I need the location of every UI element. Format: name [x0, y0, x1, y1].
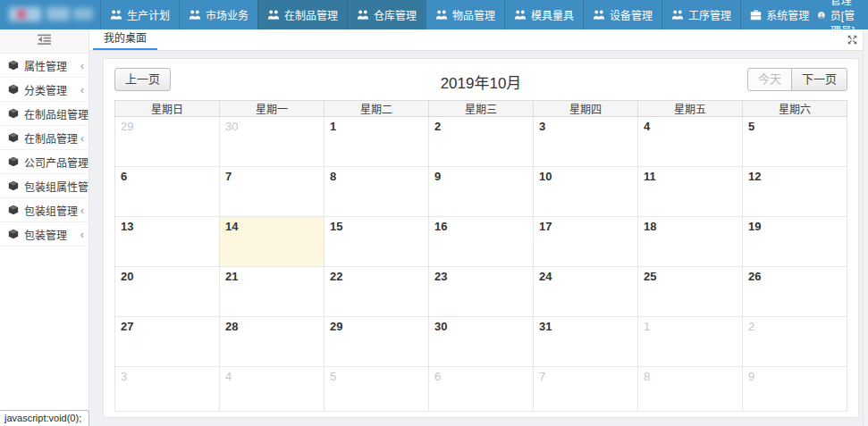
calendar-table: 星期日星期一星期二星期三星期四星期五星期六 293012345678910111…: [114, 100, 847, 412]
nav-item-label: 工序管理: [688, 7, 731, 22]
day-cell[interactable]: 3: [534, 117, 638, 167]
day-cell[interactable]: 11: [638, 167, 743, 217]
nav-item-label: 在制品管理: [284, 7, 338, 22]
main-area: 我的桌面 上一页 2019年10月 今天 下一页 星期日星期一星期二星期三星期四…: [89, 29, 868, 426]
sidebar-item[interactable]: 在制品组管理‹: [0, 102, 88, 126]
nav-item[interactable]: 仓库管理: [347, 0, 426, 29]
day-cell[interactable]: 9: [429, 167, 534, 217]
next-page-button[interactable]: 下一页: [791, 68, 847, 91]
users-icon: [435, 10, 448, 20]
day-cell[interactable]: 24: [534, 267, 638, 317]
nav-item-label: 模具量具: [531, 7, 574, 22]
sidebar-item-label: 包装管理: [24, 227, 67, 242]
day-cell[interactable]: 29: [324, 317, 429, 367]
users-icon: [189, 10, 201, 20]
day-cell[interactable]: 30: [220, 117, 324, 167]
day-cell-today[interactable]: 14: [220, 217, 324, 267]
sidebar-item[interactable]: 包装管理‹: [0, 222, 88, 246]
sidebar-item[interactable]: 公司产品管理‹: [0, 150, 88, 174]
day-cell[interactable]: 21: [220, 267, 324, 317]
sidebar-item[interactable]: 包装组属性管理‹: [0, 174, 88, 198]
sidebar-collapse-button[interactable]: [0, 29, 88, 54]
nav-item-label: 生产计划: [127, 7, 170, 22]
day-cell[interactable]: 26: [743, 267, 847, 317]
day-cell[interactable]: 8: [324, 167, 429, 217]
day-cell[interactable]: 4: [638, 117, 743, 167]
nav-item[interactable]: 工序管理: [662, 0, 740, 29]
sidebar-item-label: 在制品组管理: [24, 106, 88, 121]
day-cell[interactable]: 10: [534, 167, 638, 217]
day-cell[interactable]: 28: [220, 317, 324, 367]
day-cell[interactable]: 3: [115, 367, 220, 412]
nav-item[interactable]: 市场业务: [179, 0, 257, 29]
sidebar-item[interactable]: 属性管理‹: [0, 54, 88, 78]
day-cell[interactable]: 17: [534, 217, 638, 267]
sidebar-item-label: 包装组管理: [24, 203, 78, 218]
nav-item[interactable]: 物品管理: [426, 0, 504, 29]
weekday-header: 星期日: [115, 101, 220, 117]
nav-item[interactable]: 在制品管理: [257, 0, 347, 29]
day-cell[interactable]: 31: [534, 317, 638, 367]
day-cell[interactable]: 6: [115, 167, 220, 217]
day-cell[interactable]: 8: [638, 367, 743, 412]
cube-icon: [8, 205, 19, 215]
calendar-panel: 上一页 2019年10月 今天 下一页 星期日星期一星期二星期三星期四星期五星期…: [103, 58, 859, 418]
calendar-toolbar: 上一页 2019年10月 今天 下一页: [114, 68, 847, 92]
expand-icon[interactable]: [847, 35, 857, 45]
vertical-scrollbar[interactable]: [863, 31, 868, 426]
nav-item[interactable]: 模具量具: [504, 0, 583, 29]
content-area: 上一页 2019年10月 今天 下一页 星期日星期一星期二星期三星期四星期五星期…: [89, 51, 868, 426]
sidebar-item-label: 属性管理: [24, 58, 67, 73]
day-cell[interactable]: 19: [743, 217, 847, 267]
chevron-left-icon: ‹: [80, 84, 84, 96]
day-cell[interactable]: 16: [429, 217, 534, 267]
sidebar: 属性管理‹分类管理‹在制品组管理‹在制品管理‹公司产品管理‹包装组属性管理‹包装…: [0, 29, 89, 426]
weekday-header: 星期四: [534, 101, 638, 117]
nav-item-label: 设备管理: [610, 7, 653, 22]
day-cell[interactable]: 22: [324, 267, 429, 317]
nav-item-label: 物品管理: [452, 7, 495, 22]
users-icon: [671, 10, 684, 20]
day-cell[interactable]: 15: [324, 217, 429, 267]
day-cell[interactable]: 6: [429, 367, 534, 412]
day-cell[interactable]: 5: [324, 367, 429, 412]
sidebar-item-label: 公司产品管理: [24, 155, 88, 170]
day-cell[interactable]: 7: [220, 167, 324, 217]
user-menu[interactable]: 管理员[管理员]: [818, 0, 868, 29]
day-cell[interactable]: 2: [429, 117, 534, 167]
nav-item[interactable]: 设备管理: [583, 0, 662, 29]
nav-item[interactable]: 系统管理: [740, 0, 818, 29]
tab-my-desktop[interactable]: 我的桌面: [93, 29, 157, 50]
day-cell[interactable]: 4: [220, 367, 324, 412]
chevron-left-icon: ‹: [80, 132, 84, 144]
day-cell[interactable]: 27: [115, 317, 220, 367]
today-button[interactable]: 今天: [747, 68, 792, 91]
chevron-left-icon: ‹: [80, 205, 84, 216]
day-cell[interactable]: 9: [743, 367, 847, 412]
weekday-header: 星期一: [220, 101, 324, 117]
day-cell[interactable]: 29: [115, 117, 220, 167]
logo-redacted-block: [17, 9, 26, 20]
nav-item-label: 系统管理: [766, 7, 809, 22]
brand-logo[interactable]: [0, 0, 100, 29]
sidebar-item[interactable]: 分类管理‹: [0, 78, 88, 102]
briefcase-icon: [750, 10, 762, 21]
day-cell[interactable]: 1: [638, 317, 743, 367]
day-cell[interactable]: 7: [534, 367, 638, 412]
day-cell[interactable]: 13: [115, 217, 220, 267]
day-cell[interactable]: 1: [324, 117, 429, 167]
sidebar-item-label: 包装组属性管理: [24, 179, 88, 194]
day-cell[interactable]: 12: [743, 167, 847, 217]
users-icon: [593, 10, 605, 20]
day-cell[interactable]: 5: [743, 117, 847, 167]
sidebar-item[interactable]: 包装组管理‹: [0, 198, 88, 222]
chevron-left-icon: ‹: [80, 156, 84, 168]
day-cell[interactable]: 30: [429, 317, 534, 367]
nav-item[interactable]: 生产计划: [100, 0, 179, 29]
day-cell[interactable]: 23: [429, 267, 534, 317]
sidebar-item[interactable]: 在制品管理‹: [0, 126, 88, 150]
day-cell[interactable]: 25: [638, 267, 743, 317]
day-cell[interactable]: 20: [115, 267, 220, 317]
day-cell[interactable]: 2: [743, 317, 847, 367]
day-cell[interactable]: 18: [638, 217, 743, 267]
